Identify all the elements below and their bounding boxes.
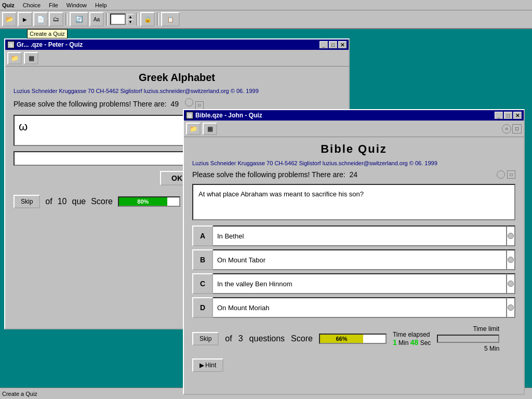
bible-score-label: Score [291,334,313,343]
bible-score-bar-container: 66% [319,334,387,344]
greek-circle-btn[interactable] [185,98,193,107]
toolbar-sep-3 [136,13,138,25]
bible-tb-open[interactable]: 📁 [186,123,201,135]
bible-close[interactable]: ✕ [513,112,522,119]
greek-problems: Please solve the following problems! The… [14,98,340,110]
answer-row-d: D On Mount Moriah [192,297,515,318]
bible-circle-btn[interactable] [497,170,505,179]
bible-author: Luzius Schneider Kruggasse 70 CH-5462 Si… [192,160,515,166]
greek-tb-open[interactable]: 📁 [7,52,22,64]
bible-title: Bible Quiz [192,142,515,156]
toolbar-btn-5[interactable]: 🔄 [70,12,88,26]
greek-square-btn[interactable]: □ [195,101,204,110]
bible-problems: Please solve the following problems! The… [192,170,515,179]
toolbar-btn-3[interactable]: 📄 [33,12,48,26]
answer-radio-a[interactable] [507,225,515,246]
greek-skip-button[interactable]: Skip [14,195,40,208]
bible-questions-label: questions [249,334,285,343]
toolbar-number-group: 5 ▲ ▼ [110,14,134,25]
greek-minimize[interactable]: _ [320,41,328,48]
menu-file[interactable]: File [47,1,60,9]
bible-tb-grid[interactable]: ▦ [203,123,217,135]
time-sec-label: Sec [420,339,431,347]
answer-btn-b[interactable]: B [192,249,213,270]
bible-window-title: Bible.qze - John - Quiz [195,112,262,119]
bible-content: Bible Quiz Luzius Schneider Kruggasse 70… [184,137,524,381]
bible-window: Q Bible.qze - John - Quiz _ □ ✕ 📁 ▦ ○ □ … [183,109,525,395]
number-spinners: ▲ ▼ [127,14,134,24]
number-input[interactable]: 5 [110,14,126,25]
radio-circle-a [508,233,514,239]
toolbar-btn-quiz[interactable]: 📋 [161,12,180,26]
bible-tb-square[interactable]: □ [512,124,522,134]
time-elapsed: Time elapsed 1 Min 48 Sec [393,331,431,347]
toolbar-sep-4 [157,13,159,25]
answer-radio-d[interactable] [507,297,515,318]
answer-row-a: A In Bethel [192,225,515,246]
bible-skip-button[interactable]: Skip [192,332,219,345]
bible-tb-circle[interactable]: ○ [502,124,511,134]
greek-question-char: ω [19,120,28,133]
toolbar-btn-1[interactable]: 📂 [2,12,17,26]
answer-label-c: In the valley Ben Hinnom [217,280,292,288]
toolbar-btn-2[interactable]: ▶ [18,12,32,26]
greek-tb-grid[interactable]: ▦ [24,52,38,64]
statusbar-text: Create a Quiz [2,391,37,397]
bible-hint-button[interactable]: ▶ Hint [192,358,223,372]
bible-hint-label: Hint [205,362,216,369]
toolbar-btn-lock[interactable]: 🔒 [140,12,155,26]
main-toolbar: 📂 ▶ 📄 🗂 🔄 Aa 5 ▲ ▼ 🔒 📋 [0,10,532,29]
bible-maximize[interactable]: □ [504,112,512,119]
time-min: 1 [393,338,397,347]
tooltip: Create a Quiz [27,29,68,38]
answer-radio-c[interactable] [507,273,515,294]
bible-minimize[interactable]: _ [495,112,503,119]
toolbar-btn-6[interactable]: Aa [89,12,104,26]
radio-circle-d [508,304,514,311]
menu-help[interactable]: Help [93,1,109,9]
toolbar-sep-2 [106,13,108,25]
greek-maximize[interactable]: □ [329,41,337,48]
greek-score-bar-container: 80% [118,196,180,207]
radio-circle-b [508,257,514,263]
bible-square-btn[interactable]: □ [507,170,515,179]
menu-choice[interactable]: Choice [21,1,43,9]
app-title: Quiz [2,2,15,8]
greek-window-icon: Q [7,41,15,48]
answer-text-a: In Bethel [213,225,507,246]
answer-row-c: C In the valley Ben Hinnom [192,273,515,294]
answer-btn-c[interactable]: C [192,273,213,294]
bible-of-label: of [225,334,232,343]
greek-title: Greek Alphabet [14,72,340,84]
bible-toolbar: 📁 ▦ ○ □ [184,121,524,137]
time-min-label: Min [398,339,408,347]
answer-btn-d[interactable]: D [192,297,213,318]
bible-question-box: At what place Abraham was meant to sacri… [192,184,515,220]
bible-titlebar: Q Bible.qze - John - Quiz _ □ ✕ [184,110,524,121]
time-sec: 48 [410,338,419,347]
spin-down[interactable]: ▼ [127,19,134,24]
time-limit-bar [437,335,499,343]
greek-toolbar: 📁 ▦ [5,50,349,66]
greek-titlebar-left: Q Gr... .qze - Peter - Quiz [7,41,83,48]
menu-bar: Choice File Window Help [21,1,109,9]
bible-window-controls: _ □ ✕ [495,112,522,119]
answer-radio-b[interactable] [507,249,515,270]
answer-text-c: In the valley Ben Hinnom [213,273,507,294]
bible-score-bar: 66% [320,335,363,343]
toolbar-btn-4[interactable]: 🗂 [49,12,63,26]
greek-close[interactable]: ✕ [338,41,347,48]
menu-window[interactable]: Window [64,1,89,9]
spin-up[interactable]: ▲ [127,14,134,19]
bible-titlebar-left: Q Bible.qze - John - Quiz [186,112,262,119]
greek-of-label: of [45,197,52,206]
bible-bottom: Skip of 3 questions Score 66% Time elaps… [192,321,515,376]
greek-window-controls: _ □ ✕ [320,41,347,48]
greek-author: Luzius Schneider Kruggasse 70 CH-5462 Si… [14,88,340,94]
answer-label-a: In Bethel [217,232,244,240]
time-limit-label: Time limit [473,325,499,332]
greek-questions-label: que [72,197,86,206]
answer-btn-a[interactable]: A [192,225,213,246]
greek-score-label: Score [91,197,113,206]
answer-label-d: On Mount Moriah [217,304,269,312]
